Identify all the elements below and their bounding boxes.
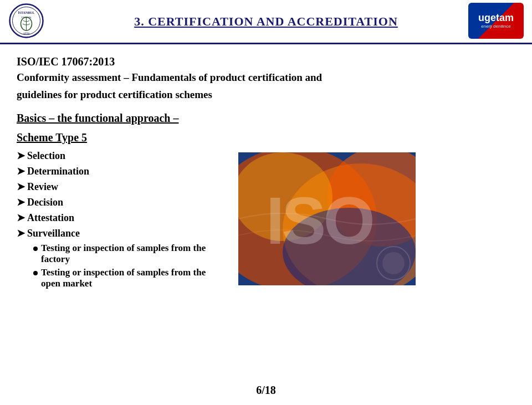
arrow-icon: ➤ — [17, 227, 25, 239]
page-number: 6/18 — [256, 384, 276, 396]
ugetam-name: ugetam — [478, 13, 514, 24]
header: İSTANBUL TEKNİK 1773 3. CERTIFICATION AN… — [0, 0, 532, 44]
item-label: Decision — [27, 197, 63, 208]
item-label: Review — [27, 181, 58, 193]
main-content: ISO/IEC 17067:2013 Conformity assessment… — [0, 44, 532, 297]
svg-text:İSTANBUL: İSTANBUL — [18, 11, 34, 14]
bullet-icon — [33, 247, 38, 251]
basics-title: Basics – the functional approach – — [17, 112, 515, 125]
sub-list: Testing or inspection of samples from th… — [33, 243, 227, 289]
arrow-icon: ➤ — [17, 181, 25, 193]
bullet-icon — [33, 271, 38, 275]
arrow-icon: ➤ — [17, 212, 25, 224]
arrow-icon: ➤ — [17, 165, 25, 177]
list-item: ➤ Review — [17, 181, 227, 193]
page-title: 3. CERTIFICATION AND ACCREDITATION — [134, 14, 398, 29]
arrow-icon: ➤ — [17, 150, 25, 162]
item-label: Surveillance — [27, 228, 80, 239]
list-item: ➤ Surveillance — [17, 227, 227, 239]
list-item: ➤ Determination — [17, 165, 227, 177]
scheme-type: Scheme Type 5 — [17, 131, 515, 144]
ugetam-tagline: enerji denilince — [481, 24, 510, 29]
right-logo: ugetam enerji denilince — [468, 3, 524, 39]
left-logo: İSTANBUL TEKNİK 1773 — [8, 3, 44, 39]
sub-item: Testing or inspection of samples from th… — [33, 267, 227, 289]
sub-item-label: Testing or inspection of samples from th… — [41, 267, 227, 289]
basics-section: Basics – the functional approach – Schem… — [17, 112, 515, 144]
item-label: Attestation — [27, 212, 74, 224]
list-item: ➤ Decision — [17, 196, 227, 208]
arrow-icon: ➤ — [17, 196, 25, 208]
sub-item-label: Testing or inspection of samples from th… — [41, 243, 227, 265]
svg-text:ISO: ISO — [266, 183, 372, 258]
body-row: ➤ Selection ➤ Determination ➤ Review ➤ D… — [17, 150, 515, 291]
item-label: Determination — [27, 166, 89, 177]
list-item: ➤ Attestation — [17, 212, 227, 224]
footer: 6/18 — [0, 384, 532, 397]
sub-item: Testing or inspection of samples from th… — [33, 243, 227, 265]
item-label: Selection — [27, 150, 65, 162]
iso-image: ISO — [238, 152, 416, 285]
list-section: ➤ Selection ➤ Determination ➤ Review ➤ D… — [17, 150, 227, 291]
iso-description-line1: Conformity assessment – Fundamentals of … — [17, 70, 515, 85]
svg-text:1773: 1773 — [23, 32, 29, 35]
svg-point-15 — [382, 252, 405, 274]
list-item: ➤ Selection — [17, 150, 227, 162]
iso-standard: ISO/IEC 17067:2013 — [17, 55, 515, 68]
iso-description-line2: guidelines for product certification sch… — [17, 88, 515, 102]
